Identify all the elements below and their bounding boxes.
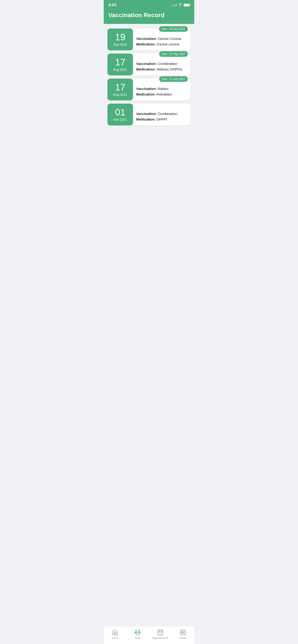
card-body: Due : 17 Aug 2022 Vaccination: Combinati…: [133, 54, 191, 75]
medication-info: Medication: Antirabies: [136, 92, 187, 97]
card-body: Due : 19 Sep 2022 Vaccination: Canine Co…: [133, 28, 191, 50]
nav-item-profile[interactable]: Profile: [172, 629, 194, 639]
status-bar: 4:03: [104, 0, 194, 9]
vaccination-info: Vaccination: Rabies: [136, 86, 187, 92]
nav-label-pets: Pets: [135, 636, 140, 639]
card-info: Vaccination: Canine Corona Medication: C…: [136, 36, 187, 47]
nav-item-appointments[interactable]: Appointments: [149, 629, 172, 639]
nav-label-home: Home: [112, 636, 118, 639]
card-body: Vaccination: Combination Medication: DHP…: [133, 104, 191, 126]
nav-item-pets[interactable]: Pets: [127, 629, 149, 639]
svg-point-0: [136, 630, 137, 632]
svg-point-1: [139, 630, 140, 632]
date-month-year: Aug 2021: [113, 93, 127, 96]
medication-info: Medication: Nobivac DHPPIL: [136, 66, 187, 72]
vaccination-card: 17 Aug 2021 Due : 17 Aug 2022 Vaccinatio…: [107, 54, 191, 75]
date-day: 01: [115, 108, 126, 117]
status-icons: [171, 3, 190, 7]
date-block: 19 Sep 2021: [107, 28, 133, 50]
nav-label-appointments: Appointments: [152, 636, 168, 639]
vaccination-card: 01 Feb 2021 Vaccination: Combination Med…: [107, 104, 191, 126]
bottom-navigation: Home Pets Appointments Profile: [104, 626, 194, 644]
date-month-year: Sep 2021: [113, 43, 127, 46]
due-badge: Due : 19 Sep 2022: [159, 26, 188, 32]
battery-icon: [184, 4, 190, 6]
date-month-year: Aug 2021: [113, 68, 127, 72]
date-block: 17 Aug 2021: [107, 78, 133, 100]
vaccination-card: 19 Sep 2021 Due : 19 Sep 2022 Vaccinatio…: [107, 28, 191, 50]
status-time: 4:03: [108, 3, 116, 8]
medication-info: Medication: DHPPI: [136, 116, 187, 122]
svg-point-6: [181, 631, 183, 632]
due-badge: Due : 17 Aug 2022: [159, 51, 188, 57]
date-day: 17: [115, 82, 126, 92]
signal-icon: [171, 4, 177, 6]
date-block: 17 Aug 2021: [107, 54, 133, 75]
vaccination-card: 17 Aug 2021 Due : 17 Aug 2022 Vaccinatio…: [107, 78, 191, 100]
svg-rect-4: [158, 630, 163, 635]
card-body: Due : 17 Aug 2022 Vaccination: Rabies Me…: [133, 78, 191, 100]
date-month-year: Feb 2021: [113, 118, 127, 122]
vaccination-list: 19 Sep 2021 Due : 19 Sep 2022 Vaccinatio…: [104, 24, 194, 608]
svg-rect-5: [181, 630, 185, 635]
page-title: Vaccination Record: [108, 12, 190, 19]
date-day: 19: [115, 32, 126, 42]
card-info: Vaccination: Combination Medication: Nob…: [136, 61, 187, 72]
wifi-icon: [178, 3, 182, 7]
card-info: Vaccination: Rabies Medication: Antirabi…: [136, 86, 187, 97]
vaccination-info: Vaccination: Canine Corona: [136, 36, 187, 42]
nav-item-home[interactable]: Home: [104, 629, 127, 639]
medication-info: Medication: Canine corona: [136, 42, 187, 47]
page-header: Vaccination Record: [104, 9, 194, 24]
vaccination-info: Vaccination: Combination: [136, 61, 187, 66]
vaccination-info: Vaccination: Combination: [136, 111, 187, 116]
nav-label-profile: Profile: [179, 636, 187, 639]
due-badge: Due : 17 Aug 2022: [159, 76, 188, 82]
date-day: 17: [115, 58, 126, 67]
card-info: Vaccination: Combination Medication: DHP…: [136, 111, 187, 122]
date-block: 01 Feb 2021: [107, 104, 133, 126]
